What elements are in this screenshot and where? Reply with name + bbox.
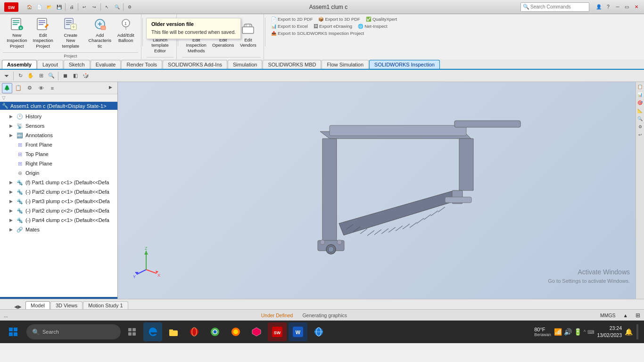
tree-item-part4[interactable]: ▶ 🔩 (-) Part4 clump c<1> (Default<<Defa [0, 215, 117, 225]
help-icon[interactable]: ? [604, 3, 612, 11]
word-icon[interactable]: W [289, 322, 307, 341]
tree-item-right-plane[interactable]: ▶ ⊞ Right Plane [0, 159, 117, 168]
scroll-right-icon[interactable]: ▶ [18, 304, 22, 309]
display-style-icon[interactable]: ◼ [60, 73, 70, 79]
pan-icon[interactable]: ✋ [26, 73, 35, 79]
edit-inspection-button[interactable]: EditInspectionProject [31, 16, 55, 49]
notification-icon[interactable]: 🔔 [625, 328, 633, 336]
tree-item-part2b[interactable]: ▶ 🔩 (-) Part2 clump c<2> (Default<<Defa [0, 206, 117, 215]
customize-tab[interactable]: ≡ [47, 83, 58, 93]
battery-icon[interactable]: 🔋 [574, 328, 582, 336]
tab-flow-simulation[interactable]: Flow Simulation [322, 60, 369, 69]
save-icon[interactable]: 💾 [54, 3, 64, 11]
insp-side-btn-1[interactable]: 📋 [636, 83, 644, 90]
rotate-icon[interactable]: ↻ [16, 73, 25, 79]
tab-assembly[interactable]: Assembly [2, 60, 37, 69]
insp-side-btn-3[interactable]: 🎯 [636, 99, 644, 107]
insp-side-btn-5[interactable]: 🔍 [636, 115, 644, 123]
zoom-icon[interactable]: 🔍 [112, 3, 122, 11]
taskbar-search[interactable]: 🔍 Search [26, 324, 121, 339]
status-more-icon[interactable]: ⊞ [636, 312, 640, 319]
restore-button[interactable]: ▭ [623, 3, 631, 11]
system-clock[interactable]: 23:24 13/02/2023 [597, 325, 622, 338]
solidworks-taskbar-icon[interactable]: SW [268, 322, 287, 341]
status-expand-icon[interactable]: ▲ [623, 313, 628, 318]
tab-simulation[interactable]: Simulation [228, 60, 262, 69]
tab-solidworks-addins[interactable]: SOLIDWORKS Add-Ins [163, 60, 227, 69]
add-balloon-button[interactable]: 1 Add/EditBalloon [116, 16, 136, 49]
export-sw-button[interactable]: 📤 Export to SOLIDWORKS Inspection Projec… [269, 30, 366, 36]
edge-icon[interactable] [143, 322, 162, 341]
config-tab[interactable]: ⚙ [25, 83, 35, 93]
tree-item-origin[interactable]: ▶ ⊕ Origin [0, 168, 117, 178]
tree-item-part1[interactable]: ▶ 🔩 (f) Part1 clump c<1> (Default<<Defa [0, 178, 117, 187]
tab-evaluate[interactable]: Evaluate [91, 60, 121, 69]
tree-item-part2[interactable]: ▶ 🔩 (-) Part2 clump c<1> (Default<<Defa [0, 187, 117, 197]
explorer-icon[interactable] [164, 322, 183, 341]
tab-sketch[interactable]: Sketch [64, 60, 90, 69]
firefox-icon[interactable] [226, 322, 245, 341]
new-doc-icon[interactable]: 📄 [34, 3, 44, 11]
insp-side-btn-2[interactable]: 📊 [636, 91, 644, 99]
insp-side-btn-6[interactable]: ⚙ [636, 123, 644, 131]
home-icon[interactable]: 🏠 [25, 3, 34, 11]
opera-icon[interactable] [185, 322, 204, 341]
tree-item-history[interactable]: ▶ 🕐 History [0, 112, 117, 121]
task-view-button[interactable] [123, 322, 141, 341]
net-inspect-button[interactable]: 🌐 Net-Inspect [356, 23, 389, 29]
earth-icon[interactable] [309, 322, 328, 341]
viewport[interactable]: Y X Z Activate Windows Go to Settings to… [118, 82, 644, 299]
command-search-input[interactable] [530, 4, 587, 9]
tray-expand-icon[interactable]: ^ [584, 329, 586, 335]
chrome-icon[interactable] [206, 322, 224, 341]
add-characteristic-button[interactable]: + AddCharacteristic [86, 16, 114, 49]
user-icon[interactable]: 👤 [595, 3, 603, 11]
insp-side-btn-4[interactable]: 📐 [636, 107, 644, 115]
show-desktop-button[interactable] [636, 324, 638, 339]
tree-item-sensors[interactable]: ▶ 📡 Sensors [0, 121, 117, 131]
tree-item-annotations[interactable]: ▶ 🔤 Annotations [0, 131, 117, 140]
sound-icon[interactable]: 🔊 [564, 328, 572, 336]
quality-xpert-button[interactable]: ✅ QualityXpert [364, 16, 399, 22]
undo-icon[interactable]: ↩ [80, 3, 89, 11]
select-icon[interactable]: ↖ [102, 3, 112, 11]
tab-solidworks-inspection[interactable]: SOLIDWORKS Inspection [369, 60, 440, 69]
print-icon[interactable]: 🖨 [67, 3, 76, 11]
redo-icon[interactable]: ↪ [90, 3, 99, 11]
close-button[interactable]: ✕ [633, 3, 640, 11]
export-3d-button[interactable]: 📦 Export to 3D PDF [316, 16, 362, 22]
scroll-left-icon[interactable]: ◀ [14, 304, 18, 309]
tree-item-mates[interactable]: ▶ 🔗 Mates [0, 225, 117, 234]
start-button[interactable] [2, 322, 25, 341]
bottom-tab-motion[interactable]: Motion Study 1 [83, 301, 128, 309]
section-view-icon[interactable]: ◧ [71, 73, 80, 79]
export-2d-button[interactable]: 📄 Export to 2D PDF [269, 16, 314, 22]
zoom-area-icon[interactable]: 🔍 [47, 73, 56, 79]
bottom-tab-model[interactable]: Model [25, 301, 50, 309]
tree-item-top-plane[interactable]: ▶ ⊞ Top Plane [0, 149, 117, 159]
options-icon[interactable]: ⚙ [125, 3, 134, 11]
network-icon[interactable]: 📶 [554, 328, 562, 336]
display-tab[interactable]: 👁 [36, 83, 46, 93]
collapse-icon[interactable]: ▶ [109, 85, 116, 91]
tree-item-part3[interactable]: ▶ 🔩 (-) Part3 plump c<1> (Default<<Defa [0, 197, 117, 206]
keyboard-icon[interactable]: ⌨ [587, 329, 594, 335]
brave-icon[interactable] [247, 322, 266, 341]
tab-layout[interactable]: Layout [37, 60, 63, 69]
feature-tree-tab[interactable]: 🌲 [2, 83, 12, 93]
create-template-button[interactable]: Create Newtemplate [57, 16, 84, 49]
minimize-button[interactable]: ─ [614, 3, 621, 11]
open-icon[interactable]: 📂 [44, 3, 54, 11]
tab-render-tools[interactable]: Render Tools [121, 60, 162, 69]
export-excel-button[interactable]: 📊 Export to Excel [269, 23, 310, 29]
zoom-fit-icon[interactable]: ⊞ [36, 73, 46, 79]
filter-icon[interactable]: ⏷ [2, 73, 11, 79]
tree-item-front-plane[interactable]: ▶ ⊞ Front Plane [0, 140, 117, 149]
bottom-tab-3d-views[interactable]: 3D Views [50, 301, 83, 309]
new-inspection-button[interactable]: + NewInspectionProject [5, 16, 29, 49]
tab-solidworks-mbd[interactable]: SOLIDWORKS MBD [263, 60, 321, 69]
3d-view-icon[interactable]: 🎲 [81, 73, 91, 79]
property-tab[interactable]: 📋 [13, 83, 24, 93]
export-edrawing-button[interactable]: 🖼 Export eDrawing [312, 23, 354, 29]
insp-side-btn-7[interactable]: ↩ [636, 131, 644, 139]
